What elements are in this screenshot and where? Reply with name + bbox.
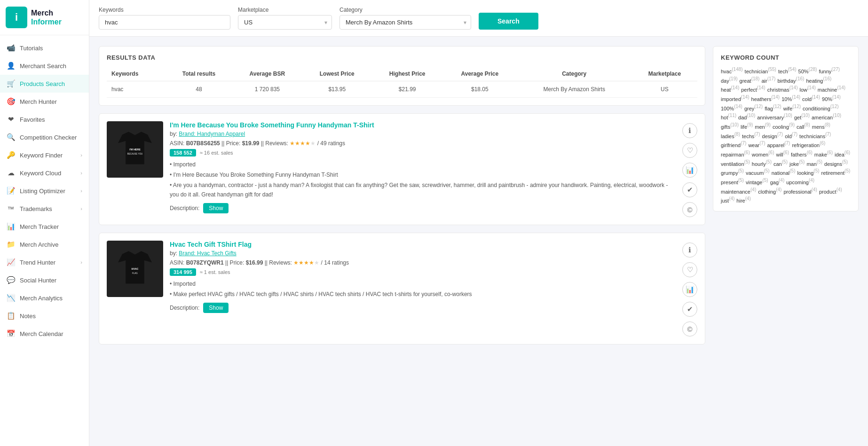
- keyword-tag-day[interactable]: day(19): [721, 76, 738, 84]
- keyword-tag-present[interactable]: present(5): [721, 178, 744, 185]
- keyword-tag-funny[interactable]: funny(27): [819, 67, 840, 74]
- chart-icon-0[interactable]: 📊: [682, 163, 697, 178]
- sidebar-item-trend-hunter[interactable]: 📈 Trend Hunter ›: [0, 253, 89, 271]
- keyword-tag-men[interactable]: men(9): [755, 122, 771, 130]
- info-icon-0[interactable]: ℹ: [682, 123, 697, 138]
- keyword-tag-maintenance[interactable]: maintenance(4): [721, 187, 756, 195]
- keyword-tag-man[interactable]: man(5): [806, 159, 822, 167]
- keyword-tag-just[interactable]: just(4): [721, 196, 734, 203]
- keyword-tag-women[interactable]: women(6): [752, 150, 774, 157]
- sidebar-item-merchant-search[interactable]: 👤 Merchant Search: [0, 57, 89, 75]
- keyword-tag-hot[interactable]: hot(11): [721, 113, 736, 120]
- keywords-input[interactable]: [99, 15, 230, 30]
- favorite-icon-1[interactable]: ♡: [682, 262, 697, 277]
- keyword-tag-perfect[interactable]: perfect(14): [741, 85, 765, 93]
- keyword-tag-wife[interactable]: wife(12): [783, 104, 801, 111]
- keyword-tag-old[interactable]: old(7): [785, 132, 797, 139]
- sidebar-item-tutorials[interactable]: 📹 Tutorials: [0, 39, 89, 57]
- keyword-tag-clothing[interactable]: clothing(4): [758, 187, 781, 195]
- sidebar-item-keyword-cloud[interactable]: ☁ Keyword Cloud ›: [0, 164, 89, 182]
- brand-link-1[interactable]: Brand: Hvac Tech Gifts: [179, 250, 237, 257]
- keyword-tag-can[interactable]: can(5): [773, 159, 788, 167]
- keyword-tag-apparel[interactable]: apparel(7): [767, 141, 790, 148]
- sidebar-item-merch-hunter[interactable]: 🎯 Merch Hunter: [0, 93, 89, 110]
- keyword-tag-design[interactable]: design(7): [762, 132, 783, 139]
- keyword-tag-imported[interactable]: imported(14): [721, 94, 750, 102]
- keyword-tag-cold[interactable]: cold(14): [802, 94, 820, 102]
- sidebar-item-merch-calendar[interactable]: 📅 Merch Calendar: [0, 325, 89, 343]
- keyword-tag-repairman[interactable]: repairman(6): [721, 150, 750, 157]
- keyword-tag-american[interactable]: american(10): [812, 113, 841, 120]
- keyword-tag-make[interactable]: make(6): [814, 150, 833, 157]
- keyword-tag-vintage[interactable]: vintage(5): [746, 178, 768, 185]
- keyword-tag-hire[interactable]: hire(4): [736, 196, 751, 203]
- sidebar-item-listing-optimizer[interactable]: 📝 Listing Optimizer ›: [0, 182, 89, 200]
- keyword-tag-heating[interactable]: heating(16): [806, 76, 831, 84]
- keyword-tag-upcoming[interactable]: upcoming(4): [786, 178, 814, 185]
- keyword-tag-joke[interactable]: joke(5): [789, 159, 805, 167]
- keyword-tag-hourly[interactable]: hourly(5): [752, 159, 772, 167]
- keyword-tag-retirement[interactable]: retirement(5): [821, 168, 851, 176]
- check-icon-0[interactable]: ✔: [682, 182, 697, 197]
- product-title-1[interactable]: Hvac Tech Gift TShirt Flag: [170, 241, 676, 248]
- keyword-tag-get[interactable]: get(10): [794, 113, 810, 120]
- keyword-tag-product[interactable]: product(4): [819, 187, 842, 195]
- chart-icon-1[interactable]: 📊: [682, 282, 697, 297]
- keyword-tag-mens[interactable]: mens(8): [812, 122, 830, 130]
- sidebar-item-favorites[interactable]: ❤ Favorites: [0, 110, 89, 128]
- keyword-tag-heat[interactable]: heat(14): [721, 85, 739, 93]
- sidebar-item-products-search[interactable]: 🛒 Products Search: [0, 75, 89, 93]
- keyword-tag-gag[interactable]: gag(4): [770, 178, 785, 185]
- keyword-tag-techs[interactable]: techs(7): [742, 132, 760, 139]
- keyword-tag-hvac[interactable]: hvac(148): [721, 67, 743, 74]
- keyword-tag-flag[interactable]: flag(12): [765, 104, 781, 111]
- marketplace-select[interactable]: USUKDE: [238, 15, 332, 30]
- keyword-tag-looking[interactable]: looking(5): [797, 168, 819, 176]
- search-button[interactable]: Search: [479, 13, 538, 30]
- copyright-icon-0[interactable]: ©: [682, 202, 697, 217]
- product-title-0[interactable]: I'm Here Because You Broke Something Fun…: [170, 121, 676, 129]
- keyword-tag-idea[interactable]: idea(6): [835, 150, 850, 157]
- keyword-tag-ventilation[interactable]: ventilation(5): [721, 159, 750, 167]
- keyword-tag-grey[interactable]: grey(12): [744, 104, 763, 111]
- keyword-tag-call[interactable]: call(8): [797, 122, 810, 130]
- check-icon-1[interactable]: ✔: [682, 302, 697, 317]
- sidebar-item-social-hunter[interactable]: 💬 Social Hunter: [0, 271, 89, 289]
- sidebar-item-merch-analytics[interactable]: 📉 Merch Analytics: [0, 289, 89, 307]
- copyright-icon-1[interactable]: ©: [682, 321, 697, 336]
- keyword-tag-life[interactable]: life(9): [741, 122, 753, 130]
- sidebar-item-keyword-finder[interactable]: 🔑 Keyword Finder ›: [0, 146, 89, 164]
- keyword-tag-50%[interactable]: 50%(28): [798, 67, 817, 74]
- keyword-tag-wear[interactable]: wear(7): [748, 141, 765, 148]
- keyword-tag-christmas[interactable]: christmas(14): [767, 85, 798, 93]
- keyword-tag-will[interactable]: will(6): [776, 150, 789, 157]
- show-desc-button-1[interactable]: Show: [203, 303, 229, 313]
- keyword-tag-birthday[interactable]: birthday(16): [777, 76, 804, 84]
- sidebar-item-trademarks[interactable]: ™ Trademarks ›: [0, 200, 89, 218]
- keyword-tag-90%[interactable]: 90%(14): [822, 94, 841, 102]
- keyword-tag-low[interactable]: low(14): [800, 85, 816, 93]
- sidebar-item-notes[interactable]: 📋 Notes: [0, 307, 89, 325]
- info-icon-1[interactable]: ℹ: [682, 243, 697, 258]
- sidebar-item-competition-checker[interactable]: 🔍 Competition Checker: [0, 128, 89, 146]
- keyword-tag-100%[interactable]: 100%(14): [721, 104, 742, 111]
- keyword-tag-technician[interactable]: technician(55): [745, 67, 776, 74]
- keyword-tag-machine[interactable]: machine(14): [818, 85, 845, 93]
- keyword-tag-grumpy[interactable]: grumpy(5): [721, 168, 744, 176]
- keyword-tag-professional[interactable]: professional(4): [783, 187, 817, 195]
- keyword-tag-air[interactable]: air(17): [761, 76, 775, 84]
- keyword-tag-anniversary[interactable]: anniversary(10): [757, 113, 792, 120]
- keyword-tag-vacuum[interactable]: vacuum(5): [746, 168, 770, 176]
- keyword-tag-great[interactable]: great(18): [740, 76, 760, 84]
- keyword-tag-heathers[interactable]: heathers(14): [751, 94, 780, 102]
- sidebar-item-merch-archive[interactable]: 📁 Merch Archive: [0, 235, 89, 253]
- category-select[interactable]: Merch By Amazon Shirts Standard T-Shirts: [339, 15, 471, 30]
- keyword-tag-cooling[interactable]: cooling(9): [773, 122, 795, 130]
- keyword-tag-10%[interactable]: 10%(14): [781, 94, 800, 102]
- keyword-tag-refrigeration[interactable]: refrigeration(6): [792, 141, 825, 148]
- sidebar-item-merch-tracker[interactable]: 📊 Merch Tracker: [0, 218, 89, 235]
- keyword-tag-gifts[interactable]: gifts(10): [721, 122, 739, 130]
- favorite-icon-0[interactable]: ♡: [682, 143, 697, 158]
- keyword-tag-dad[interactable]: dad(10): [738, 113, 755, 120]
- keyword-tag-technicians[interactable]: technicians(7): [799, 132, 831, 139]
